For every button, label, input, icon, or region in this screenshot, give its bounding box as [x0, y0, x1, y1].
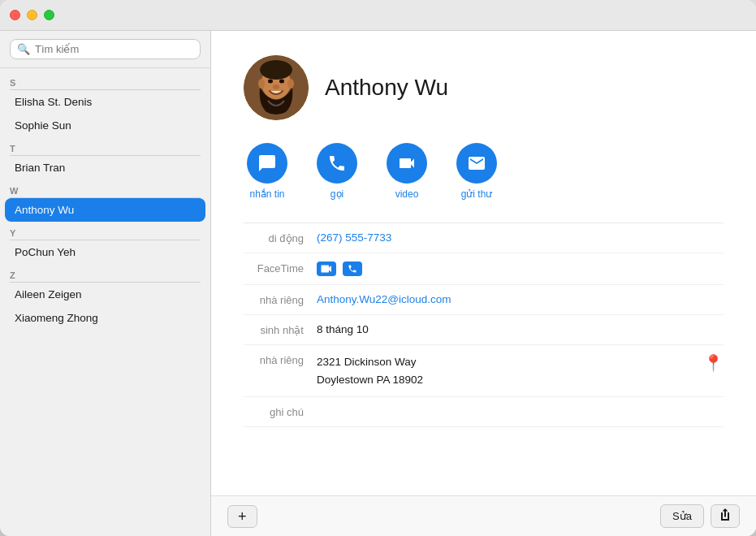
section-header-z: Z: [0, 264, 210, 282]
message-button[interactable]: nhắn tin: [247, 143, 287, 200]
action-buttons: nhắn tin gọi: [244, 143, 724, 200]
main-content: 🔍 S Elisha St. Denis Sophie Sun T Brian …: [0, 31, 756, 536]
section-header-y: Y: [0, 222, 210, 240]
facetime-video-icon[interactable]: [317, 262, 336, 276]
search-input[interactable]: [35, 43, 193, 55]
contact-header: Anthony Wu: [244, 55, 724, 120]
mail-icon: [456, 143, 497, 184]
field-label-birthday: sinh nhật: [244, 323, 317, 336]
toolbar-right: Sửa: [660, 504, 740, 528]
section-header-t: T: [0, 137, 210, 155]
share-button[interactable]: [711, 504, 740, 528]
minimize-button[interactable]: [27, 10, 37, 20]
call-icon: [317, 143, 357, 184]
svg-point-7: [279, 80, 284, 84]
field-row-address: nhà riêng 2321 Dickinson WayDoylestown P…: [244, 345, 724, 397]
titlebar: [0, 0, 756, 31]
contact-list: S Elisha St. Denis Sophie Sun T Brian Tr…: [0, 68, 210, 536]
map-pin-icon[interactable]: 📍: [703, 353, 724, 373]
field-value-email[interactable]: Anthony.Wu22@icloud.com: [317, 293, 724, 305]
section-header-s: S: [0, 71, 210, 89]
field-value-mobile[interactable]: (267) 555-7733: [317, 231, 724, 244]
svg-point-8: [273, 84, 279, 89]
search-bar: 🔍: [0, 31, 210, 68]
field-label-mobile: di động: [244, 231, 317, 244]
close-button[interactable]: [10, 10, 20, 20]
avatar: [244, 55, 309, 120]
contact-item[interactable]: Brian Tran: [5, 156, 205, 179]
svg-point-5: [287, 79, 294, 89]
contact-item[interactable]: Aileen Zeigen: [5, 283, 205, 306]
call-button[interactable]: gọi: [317, 143, 357, 200]
contact-name: Anthony Wu: [325, 75, 448, 101]
mail-label: gửi thư: [461, 188, 493, 200]
mail-button[interactable]: gửi thư: [456, 143, 497, 200]
add-button[interactable]: +: [227, 505, 257, 528]
svg-point-3: [260, 60, 292, 80]
edit-button[interactable]: Sửa: [660, 504, 704, 528]
field-row-facetime: FaceTime: [244, 253, 724, 285]
bottom-toolbar: + Sửa: [211, 495, 756, 536]
section-header-w: W: [0, 179, 210, 197]
video-icon: [387, 143, 427, 184]
maximize-button[interactable]: [44, 10, 54, 20]
field-row-notes: ghi chú: [244, 397, 724, 427]
svg-point-6: [268, 80, 273, 84]
detail-panel: Anthony Wu nhắn tin: [211, 31, 756, 536]
fields-section: di động (267) 555-7733 FaceTime: [244, 223, 724, 427]
contact-item[interactable]: Xiaomeng Zhong: [5, 306, 205, 330]
facetime-audio-icon[interactable]: [343, 262, 362, 276]
search-input-wrap: 🔍: [10, 39, 201, 59]
facetime-icons: [317, 262, 362, 276]
field-label-address: nhà riêng: [244, 353, 317, 366]
field-row-birthday: sinh nhật 8 tháng 10: [244, 315, 724, 345]
field-label-facetime: FaceTime: [244, 262, 317, 274]
contact-item[interactable]: PoChun Yeh: [5, 240, 205, 264]
field-label-notes: ghi chú: [244, 405, 317, 418]
message-icon: [247, 143, 287, 184]
detail-scroll: Anthony Wu nhắn tin: [211, 31, 756, 495]
field-label-email: nhà riêng: [244, 293, 317, 306]
search-icon: 🔍: [17, 43, 30, 55]
contact-item-selected[interactable]: Anthony Wu: [5, 198, 205, 222]
field-row-mobile: di động (267) 555-7733: [244, 223, 724, 253]
contacts-window: 🔍 S Elisha St. Denis Sophie Sun T Brian …: [0, 0, 756, 536]
call-label: gọi: [330, 188, 343, 200]
field-value-address[interactable]: 2321 Dickinson WayDoylestown PA 18902: [317, 353, 724, 388]
video-label: video: [395, 188, 419, 200]
field-value-birthday: 8 tháng 10: [317, 323, 724, 335]
contact-item[interactable]: Elisha St. Denis: [5, 90, 205, 114]
svg-point-4: [258, 79, 265, 89]
toolbar-left: +: [227, 505, 257, 528]
field-row-email: nhà riêng Anthony.Wu22@icloud.com: [244, 285, 724, 315]
contact-item[interactable]: Sophie Sun: [5, 114, 205, 137]
video-button[interactable]: video: [387, 143, 427, 200]
message-label: nhắn tin: [249, 188, 284, 200]
sidebar: 🔍 S Elisha St. Denis Sophie Sun T Brian …: [0, 31, 211, 536]
